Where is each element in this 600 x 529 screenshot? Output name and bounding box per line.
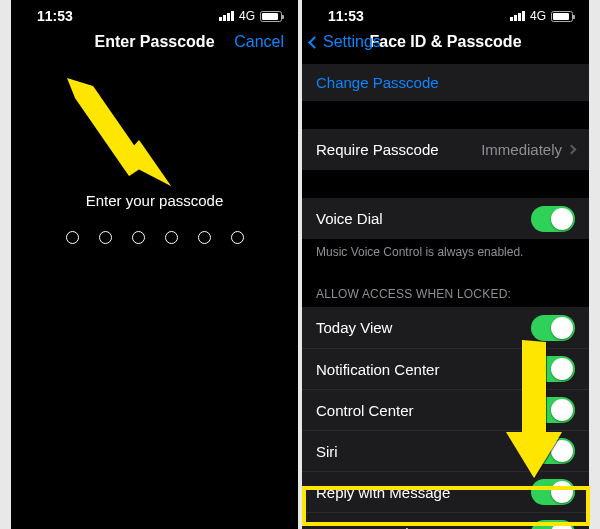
chevron-left-icon — [308, 36, 321, 49]
row-value: Immediately — [481, 141, 575, 158]
back-button[interactable]: Settings — [310, 33, 381, 51]
locked-access-list: Today ViewNotification CenterControl Cen… — [302, 307, 589, 529]
cancel-button[interactable]: Cancel — [234, 33, 284, 51]
svg-marker-0 — [67, 78, 147, 176]
locked-row: Reply with Message — [302, 471, 589, 512]
passcode-dot — [165, 231, 178, 244]
passcode-area: Enter your passcode — [11, 192, 298, 244]
svg-marker-1 — [121, 140, 171, 186]
row-label: Today View — [316, 319, 392, 336]
passcode-dots[interactable] — [11, 231, 298, 244]
change-passcode-link[interactable]: Change Passcode — [302, 64, 589, 101]
row-label: Control Center — [316, 402, 414, 419]
locked-section-header: ALLOW ACCESS WHEN LOCKED: — [302, 273, 589, 307]
locked-row: Notification Center — [302, 348, 589, 389]
passcode-dot — [99, 231, 112, 244]
passcode-prompt: Enter your passcode — [11, 192, 298, 209]
passcode-dot — [132, 231, 145, 244]
voice-dial-note: Music Voice Control is always enabled. — [302, 239, 589, 273]
row-toggle[interactable] — [531, 438, 575, 464]
locked-row: Control Center — [302, 389, 589, 430]
status-bar: 11:53 4G — [11, 0, 298, 20]
require-passcode-row[interactable]: Require Passcode Immediately — [302, 129, 589, 170]
row-toggle[interactable] — [531, 520, 575, 529]
row-toggle[interactable] — [531, 356, 575, 382]
row-label: Voice Dial — [316, 210, 383, 227]
annotation-arrow-icon — [61, 78, 191, 208]
locked-row: Today View — [302, 307, 589, 348]
voice-dial-toggle[interactable] — [531, 206, 575, 232]
nav-bar: Enter Passcode Cancel — [11, 20, 298, 64]
row-label: Reply with Message — [316, 484, 450, 501]
passcode-dot — [231, 231, 244, 244]
status-bar: 11:53 4G — [302, 0, 589, 20]
nav-bar: Settings Face ID & Passcode — [302, 20, 589, 64]
locked-row: Siri — [302, 430, 589, 471]
locked-row: Home Control — [302, 512, 589, 529]
passcode-dot — [198, 231, 211, 244]
row-toggle[interactable] — [531, 315, 575, 341]
chevron-right-icon — [567, 145, 577, 155]
voice-dial-row: Voice Dial — [302, 198, 589, 239]
section-spacer — [302, 101, 589, 129]
row-label: Home Control — [316, 525, 409, 530]
back-label: Settings — [323, 33, 381, 51]
row-toggle[interactable] — [531, 397, 575, 423]
passcode-dot — [66, 231, 79, 244]
nav-title: Enter Passcode — [94, 33, 214, 51]
row-toggle[interactable] — [531, 479, 575, 505]
row-label: Siri — [316, 443, 338, 460]
section-spacer — [302, 170, 589, 198]
screen-enter-passcode: 11:53 4G Enter Passcode Cancel Enter you… — [11, 0, 298, 529]
row-label: Require Passcode — [316, 141, 439, 158]
screen-faceid-passcode: 11:53 4G Settings Face ID & Passcode Cha… — [302, 0, 589, 529]
nav-title: Face ID & Passcode — [369, 33, 521, 51]
row-label: Notification Center — [316, 361, 439, 378]
